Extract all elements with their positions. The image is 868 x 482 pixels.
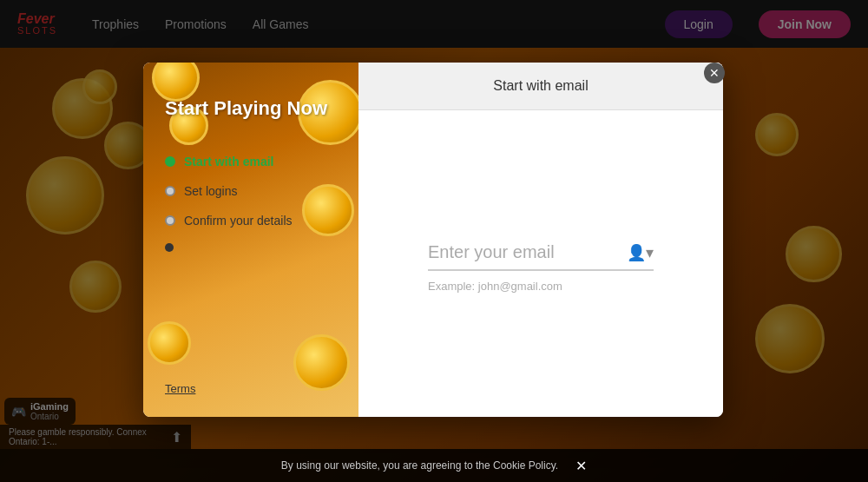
- registration-modal: Start Playing Now Start with email Set l…: [143, 63, 723, 417]
- cookie-text: By using our website, you are agreeing t…: [281, 459, 558, 472]
- step-3-dot: [165, 215, 175, 226]
- terms-link[interactable]: Terms: [165, 382, 195, 395]
- step-1-dot: [165, 156, 175, 167]
- modal-right-panel: Start with email 👤▾ Example: john@gmail.…: [358, 63, 723, 417]
- step-list: Start with email Set logins Confirm your…: [165, 155, 337, 252]
- email-example: Example: john@gmail.com: [428, 280, 654, 293]
- step-2-label: Set logins: [184, 184, 237, 198]
- modal-title: Start Playing Now: [165, 97, 337, 120]
- modal-right-body: 👤▾ Example: john@gmail.com: [358, 110, 723, 417]
- email-input[interactable]: [428, 235, 654, 271]
- modal-close-button[interactable]: ✕: [704, 63, 725, 83]
- left-coin-1: [152, 63, 200, 102]
- bullet-dot: [165, 243, 174, 252]
- step-3-label: Confirm your details: [184, 214, 293, 228]
- step-2-dot: [165, 186, 175, 196]
- modal-right-header: Start with email: [358, 63, 723, 110]
- avatar-dropdown-icon[interactable]: 👤▾: [627, 243, 654, 262]
- step-1: Start with email: [165, 155, 337, 168]
- left-coin-5: [148, 321, 191, 365]
- left-coin-6: [293, 334, 350, 391]
- step-3: Confirm your details: [165, 214, 337, 228]
- modal-left-panel: Start Playing Now Start with email Set l…: [143, 63, 358, 417]
- cookie-close-button[interactable]: ✕: [575, 458, 587, 474]
- step-extra: [165, 243, 337, 252]
- step-2: Set logins: [165, 184, 337, 198]
- email-input-wrapper: 👤▾: [428, 235, 654, 271]
- step-1-label: Start with email: [184, 155, 273, 168]
- cookie-bar: By using our website, you are agreeing t…: [0, 449, 868, 482]
